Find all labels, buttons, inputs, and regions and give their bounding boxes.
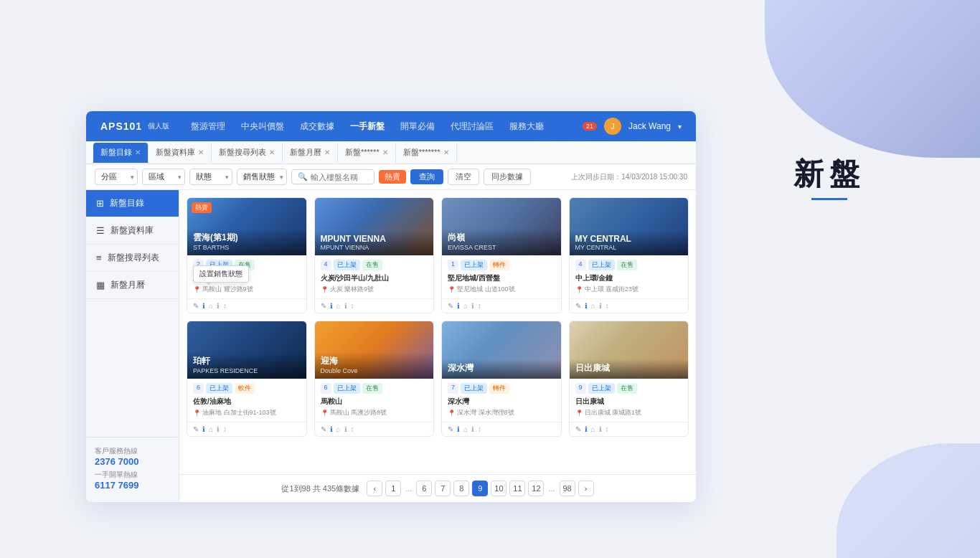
detail-icon[interactable]: ℹ [599,302,602,310]
search-input[interactable] [311,173,368,181]
pagination-11[interactable]: 11 [509,481,525,496]
tab-calendar[interactable]: 新盤月曆 ✕ [283,143,338,163]
detail-icon[interactable]: ℹ [599,425,602,433]
edit-icon[interactable]: ✎ [448,302,453,310]
edit-icon[interactable]: ✎ [321,302,326,310]
info-icon[interactable]: ℹ [202,302,205,310]
card-image: 尚嶺 EIVISSA CREST [442,198,561,255]
edit-icon[interactable]: ✎ [321,425,326,433]
edit-icon[interactable]: ✎ [193,425,199,433]
tab-catalog[interactable]: 新盤目錄 ✕ [93,143,149,163]
card-tags: 7已上架轉件 [448,383,555,394]
pagination-8[interactable]: 8 [453,481,469,496]
sort-icon[interactable]: ↕ [606,302,609,310]
tab-close-5[interactable]: ✕ [443,148,449,156]
detail-icon[interactable]: ℹ [471,302,474,310]
info-icon[interactable]: ℹ [457,302,460,310]
sidebar-item-catalog[interactable]: ⊞ 新盤目錄 [86,190,179,217]
nav-item-central[interactable]: 中央叫價盤 [241,120,284,133]
share-icon[interactable]: ⌂ [336,425,341,433]
pagination-7[interactable]: 7 [435,481,451,496]
share-icon[interactable]: ⌂ [463,302,468,310]
nav-item-new[interactable]: 一手新盤 [350,120,385,133]
pagination-9[interactable]: 9 [472,481,488,496]
notification-button[interactable]: 21 [583,122,597,131]
pagination-1[interactable]: 1 [385,481,401,496]
share-icon[interactable]: ⌂ [336,302,341,310]
query-button[interactable]: 查詢 [410,169,443,184]
sort-icon[interactable]: ↕ [478,302,481,310]
filter-sales-status[interactable]: 銷售狀態 [237,169,287,185]
edit-icon[interactable]: ✎ [448,425,453,433]
card-overlay: 珀軒 PAPKES RESIDENCE [187,352,306,379]
location-pin-icon: 📍 [448,410,456,417]
share-icon[interactable]: ⌂ [591,302,595,310]
nav-item-forum[interactable]: 代理討論區 [451,120,494,133]
tab-extra2[interactable]: 新盤******* ✕ [396,143,457,163]
info-icon[interactable]: ℹ [457,425,460,433]
card-address: 火炭/沙田半山/九肚山 [321,273,428,283]
sort-icon[interactable]: ↕ [606,425,609,433]
nav-item-deals[interactable]: 成交數據 [300,120,334,133]
tab-close-4[interactable]: ✕ [382,148,388,156]
pagination-10[interactable]: 10 [491,481,507,496]
tab-database[interactable]: 新盤資料庫 ✕ [149,143,212,163]
sync-button[interactable]: 同步數據 [484,169,531,185]
card-address: 堅尼地城/西營盤 [448,273,555,283]
edit-icon[interactable]: ✎ [193,302,199,310]
sidebar-item-calendar[interactable]: ▦ 新盤月曆 [86,272,179,299]
info-icon[interactable]: ℹ [330,425,333,433]
edit-icon[interactable]: ✎ [575,425,581,433]
right-panel-title: 新盤 [793,158,865,191]
card-subtitle: PAPKES RESIDENCE [193,367,301,374]
card-tags: 1已上架轉件 [448,260,555,270]
detail-icon[interactable]: ℹ [344,425,347,433]
pagination-prev[interactable]: ‹ [367,481,382,496]
tab-search-list[interactable]: 新盤搜尋列表 ✕ [212,143,283,163]
sort-icon[interactable]: ↕ [351,302,354,310]
filter-region[interactable]: 區域 [142,169,185,185]
tab-close-2[interactable]: ✕ [269,148,275,156]
detail-icon[interactable]: ℹ [217,425,220,433]
sort-icon[interactable]: ↕ [223,425,227,433]
info-icon[interactable]: ℹ [202,425,205,433]
pagination-info: 從1到98 共 435條數據 [281,483,359,494]
info-icon[interactable]: ℹ [585,302,588,310]
nav-item-pan[interactable]: 盤源管理 [191,120,225,133]
info-icon[interactable]: ℹ [330,302,333,310]
search-box[interactable]: 🔍 [291,169,374,184]
tab-close-0[interactable]: ✕ [135,148,141,156]
user-dropdown-icon[interactable]: ▾ [678,123,682,131]
detail-icon[interactable]: ℹ [471,425,474,433]
tab-close-1[interactable]: ✕ [198,148,204,156]
tab-close-3[interactable]: ✕ [324,148,330,156]
hot-tag[interactable]: 熱賣 [379,170,406,184]
sort-icon[interactable]: ↕ [223,302,227,310]
share-icon[interactable]: ⌂ [209,302,213,310]
pagination-6[interactable]: 6 [416,481,432,496]
sidebar-item-database[interactable]: ☰ 新盤資料庫 [86,217,179,245]
filter-district[interactable]: 分區 [95,169,138,185]
info-icon[interactable]: ℹ [585,425,588,433]
sort-icon[interactable]: ↕ [478,425,481,433]
tab-extra1[interactable]: 新盤****** ✕ [338,143,396,163]
property-card: 珀軒 PAPKES RESIDENCE 6已上架軟件 佐敦/油麻地 📍油麻地 白… [187,321,307,437]
clear-button[interactable]: 清空 [448,169,479,185]
filter-status[interactable]: 狀態 [189,169,232,185]
pagination-next[interactable]: › [578,481,594,496]
share-icon[interactable]: ⌂ [463,425,468,433]
hotline-num: 2376 7000 [95,456,170,467]
card-image: 日出康城 [570,321,689,379]
detail-icon[interactable]: ℹ [217,302,220,310]
share-icon[interactable]: ⌂ [591,425,595,433]
nav-item-open[interactable]: 開單必備 [400,120,435,133]
nav-item-service[interactable]: 服務大廳 [509,120,544,133]
pagination-12[interactable]: 12 [528,481,544,496]
app-logo-badge: 個人版 [148,121,169,131]
pagination-98[interactable]: 98 [560,481,575,496]
edit-icon[interactable]: ✎ [575,302,581,310]
sidebar-item-search[interactable]: ≡ 新盤搜尋列表 [86,245,179,272]
share-icon[interactable]: ⌂ [209,425,213,433]
sort-icon[interactable]: ↕ [351,425,354,433]
detail-icon[interactable]: ℹ [344,302,347,310]
